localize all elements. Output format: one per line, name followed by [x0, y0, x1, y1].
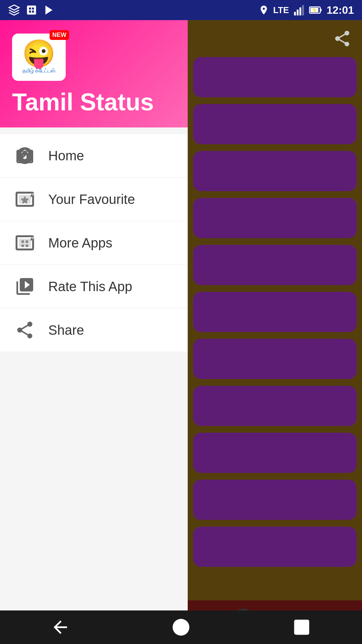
logo-emoji-container: 😜 தமிழ் க்டேட்டஸ்	[22, 40, 56, 74]
drawer-app-title: Tamil Status	[12, 89, 176, 115]
battery-icon	[309, 5, 322, 15]
home-icon	[13, 144, 36, 167]
menu-item-favourite[interactable]: Your Favourite	[0, 178, 188, 221]
favourite-icon	[13, 188, 36, 211]
menu-item-share[interactable]: Share	[0, 309, 188, 352]
logo-tamil-text: தமிழ் க்டேட்டஸ்	[22, 68, 55, 74]
svg-marker-5	[46, 6, 53, 15]
svg-rect-0	[27, 6, 36, 15]
status-bar-left-icons	[8, 4, 55, 16]
navigation-drawer: 😜 தமிழ் க்டேட்டஸ் NEW Tamil Status	[0, 20, 188, 644]
main-layout: a AdMob by Google 😜 தமிழ் க்டேட்டஸ் NEW …	[0, 20, 362, 644]
app-logo-emoji: 😜	[22, 40, 56, 67]
back-arrow-icon	[50, 617, 70, 637]
status-bar: LTE 12:01	[0, 0, 362, 20]
svg-rect-9	[302, 5, 304, 15]
menu-label-rate-app: Rate This App	[48, 279, 132, 294]
menu-label-favourite: Your Favourite	[48, 192, 135, 207]
status-bar-right-icons: LTE 12:01	[258, 4, 354, 16]
svg-rect-11	[320, 9, 321, 11]
svg-rect-2	[32, 8, 34, 10]
rate-app-icon	[13, 275, 36, 298]
drawer-menu: Home Your Favourite	[0, 127, 188, 644]
home-circle-icon	[171, 617, 191, 637]
play-store-icon	[43, 4, 55, 16]
menu-item-more-apps[interactable]: More Apps	[0, 221, 188, 264]
recents-square-icon	[292, 617, 312, 637]
home-button[interactable]	[168, 614, 194, 641]
drawer-header: 😜 தமிழ் க்டேட்டஸ் NEW Tamil Status	[0, 20, 188, 127]
menu-item-rate-app[interactable]: Rate This App	[0, 265, 188, 308]
svg-point-16	[173, 619, 189, 636]
lte-indicator: LTE	[273, 5, 289, 15]
new-badge: NEW	[50, 30, 69, 40]
recents-button[interactable]	[288, 614, 315, 641]
svg-rect-3	[29, 11, 31, 13]
share-icon	[13, 319, 36, 341]
svg-rect-1	[29, 8, 31, 10]
clock: 12:01	[326, 4, 354, 16]
share-top-icon	[333, 29, 352, 48]
share-top-button[interactable]	[330, 27, 354, 50]
menu-label-home: Home	[48, 148, 84, 163]
app-icon-1	[8, 4, 20, 16]
menu-item-home[interactable]: Home	[0, 134, 188, 177]
svg-rect-7	[297, 10, 298, 15]
signal-icon	[293, 5, 305, 15]
svg-rect-4	[32, 11, 34, 13]
svg-rect-8	[299, 7, 301, 15]
menu-label-share: Share	[48, 323, 84, 338]
app-logo: 😜 தமிழ் க்டேட்டஸ் NEW	[12, 34, 66, 81]
location-icon	[258, 5, 269, 15]
back-button[interactable]	[47, 614, 74, 641]
menu-label-more-apps: More Apps	[48, 235, 112, 251]
svg-rect-17	[294, 620, 309, 635]
svg-rect-6	[294, 12, 296, 15]
app-icon-2	[25, 4, 38, 16]
more-apps-icon	[13, 231, 36, 254]
bottom-navigation-bar	[0, 610, 362, 644]
